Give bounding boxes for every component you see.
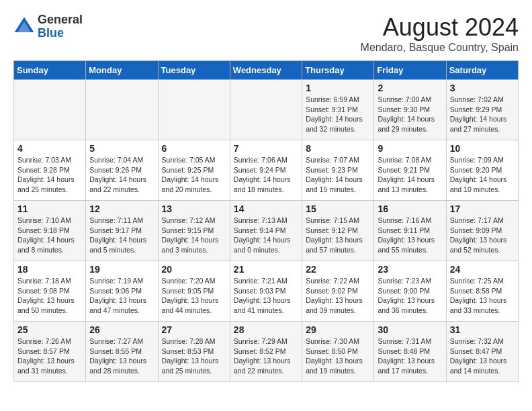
logo-text: General Blue bbox=[38, 13, 83, 40]
day-info: Sunrise: 7:30 AM Sunset: 8:50 PM Dayligh… bbox=[306, 336, 370, 376]
logo-blue: Blue bbox=[38, 26, 64, 40]
day-info: Sunrise: 7:04 AM Sunset: 9:26 PM Dayligh… bbox=[89, 155, 154, 195]
calendar-week-2: 4Sunrise: 7:03 AM Sunset: 9:28 PM Daylig… bbox=[14, 140, 519, 201]
page-header: General Blue August 2024 Mendaro, Basque… bbox=[13, 13, 519, 54]
day-number: 28 bbox=[234, 324, 298, 335]
day-number: 23 bbox=[378, 264, 442, 275]
calendar-cell: 3Sunrise: 7:02 AM Sunset: 9:29 PM Daylig… bbox=[446, 80, 518, 140]
day-number: 15 bbox=[306, 203, 370, 214]
calendar-cell: 20Sunrise: 7:20 AM Sunset: 9:05 PM Dayli… bbox=[158, 261, 230, 322]
calendar-cell: 25Sunrise: 7:26 AM Sunset: 8:57 PM Dayli… bbox=[14, 322, 86, 382]
day-number: 4 bbox=[17, 143, 82, 154]
calendar-cell: 1Sunrise: 6:59 AM Sunset: 9:31 PM Daylig… bbox=[302, 80, 374, 140]
calendar-cell: 30Sunrise: 7:31 AM Sunset: 8:48 PM Dayli… bbox=[374, 322, 446, 382]
day-number: 22 bbox=[306, 264, 370, 275]
title-block: August 2024 Mendaro, Basque Country, Spa… bbox=[361, 13, 519, 54]
day-number: 3 bbox=[450, 83, 515, 93]
day-info: Sunrise: 7:25 AM Sunset: 8:58 PM Dayligh… bbox=[450, 276, 515, 316]
day-number: 10 bbox=[450, 143, 515, 154]
day-number: 31 bbox=[450, 324, 515, 335]
calendar-week-5: 25Sunrise: 7:26 AM Sunset: 8:57 PM Dayli… bbox=[14, 322, 519, 382]
calendar-cell bbox=[86, 80, 158, 140]
header-tuesday: Tuesday bbox=[158, 61, 230, 80]
location: Mendaro, Basque Country, Spain bbox=[361, 42, 519, 54]
day-number: 21 bbox=[234, 264, 298, 275]
calendar-week-3: 11Sunrise: 7:10 AM Sunset: 9:18 PM Dayli… bbox=[14, 201, 519, 261]
calendar-cell: 23Sunrise: 7:23 AM Sunset: 9:00 PM Dayli… bbox=[374, 261, 446, 322]
calendar-cell: 7Sunrise: 7:06 AM Sunset: 9:24 PM Daylig… bbox=[230, 140, 302, 201]
day-number: 2 bbox=[378, 83, 442, 93]
day-number: 5 bbox=[89, 143, 154, 154]
day-number: 18 bbox=[17, 264, 82, 275]
day-info: Sunrise: 7:26 AM Sunset: 8:57 PM Dayligh… bbox=[17, 336, 82, 376]
day-info: Sunrise: 7:12 AM Sunset: 9:15 PM Dayligh… bbox=[162, 216, 226, 255]
day-info: Sunrise: 7:29 AM Sunset: 8:52 PM Dayligh… bbox=[234, 336, 298, 376]
calendar-cell: 5Sunrise: 7:04 AM Sunset: 9:26 PM Daylig… bbox=[86, 140, 158, 201]
calendar-cell: 28Sunrise: 7:29 AM Sunset: 8:52 PM Dayli… bbox=[230, 322, 302, 382]
day-info: Sunrise: 7:32 AM Sunset: 8:47 PM Dayligh… bbox=[450, 336, 515, 376]
calendar-cell: 10Sunrise: 7:09 AM Sunset: 9:20 PM Dayli… bbox=[446, 140, 518, 201]
calendar-cell: 24Sunrise: 7:25 AM Sunset: 8:58 PM Dayli… bbox=[446, 261, 518, 322]
day-number: 13 bbox=[162, 203, 226, 214]
calendar-cell: 9Sunrise: 7:08 AM Sunset: 9:21 PM Daylig… bbox=[374, 140, 446, 201]
calendar-cell: 6Sunrise: 7:05 AM Sunset: 9:25 PM Daylig… bbox=[158, 140, 230, 201]
day-info: Sunrise: 7:16 AM Sunset: 9:11 PM Dayligh… bbox=[378, 216, 442, 255]
calendar-cell: 12Sunrise: 7:11 AM Sunset: 9:17 PM Dayli… bbox=[86, 201, 158, 261]
calendar-cell: 4Sunrise: 7:03 AM Sunset: 9:28 PM Daylig… bbox=[14, 140, 86, 201]
day-info: Sunrise: 7:06 AM Sunset: 9:24 PM Dayligh… bbox=[234, 155, 298, 195]
calendar-cell: 26Sunrise: 7:27 AM Sunset: 8:55 PM Dayli… bbox=[86, 322, 158, 382]
logo-general: General bbox=[38, 13, 83, 26]
day-number: 27 bbox=[162, 324, 226, 335]
calendar-cell: 17Sunrise: 7:17 AM Sunset: 9:09 PM Dayli… bbox=[446, 201, 518, 261]
day-info: Sunrise: 7:13 AM Sunset: 9:14 PM Dayligh… bbox=[234, 216, 298, 255]
day-number: 6 bbox=[162, 143, 226, 154]
calendar-cell: 22Sunrise: 7:22 AM Sunset: 9:02 PM Dayli… bbox=[302, 261, 374, 322]
calendar-cell: 29Sunrise: 7:30 AM Sunset: 8:50 PM Dayli… bbox=[302, 322, 374, 382]
calendar-cell: 13Sunrise: 7:12 AM Sunset: 9:15 PM Dayli… bbox=[158, 201, 230, 261]
logo-icon bbox=[13, 16, 35, 38]
calendar-cell: 31Sunrise: 7:32 AM Sunset: 8:47 PM Dayli… bbox=[446, 322, 518, 382]
month-year: August 2024 bbox=[361, 13, 519, 42]
day-info: Sunrise: 7:10 AM Sunset: 9:18 PM Dayligh… bbox=[17, 216, 82, 255]
header-saturday: Saturday bbox=[446, 61, 518, 80]
day-number: 24 bbox=[450, 264, 515, 275]
calendar-cell: 14Sunrise: 7:13 AM Sunset: 9:14 PM Dayli… bbox=[230, 201, 302, 261]
day-info: Sunrise: 7:00 AM Sunset: 9:30 PM Dayligh… bbox=[378, 95, 442, 134]
day-number: 16 bbox=[378, 203, 442, 214]
day-info: Sunrise: 6:59 AM Sunset: 9:31 PM Dayligh… bbox=[306, 95, 370, 134]
calendar-cell bbox=[158, 80, 230, 140]
calendar-table: SundayMondayTuesdayWednesdayThursdayFrid… bbox=[13, 60, 519, 382]
header-wednesday: Wednesday bbox=[230, 61, 302, 80]
day-info: Sunrise: 7:20 AM Sunset: 9:05 PM Dayligh… bbox=[162, 276, 226, 316]
day-number: 19 bbox=[89, 264, 154, 275]
day-number: 9 bbox=[378, 143, 442, 154]
calendar-header-row: SundayMondayTuesdayWednesdayThursdayFrid… bbox=[14, 61, 519, 80]
day-info: Sunrise: 7:19 AM Sunset: 9:06 PM Dayligh… bbox=[89, 276, 154, 316]
day-info: Sunrise: 7:22 AM Sunset: 9:02 PM Dayligh… bbox=[306, 276, 370, 316]
day-number: 12 bbox=[89, 203, 154, 214]
day-info: Sunrise: 7:28 AM Sunset: 8:53 PM Dayligh… bbox=[162, 336, 226, 376]
day-info: Sunrise: 7:27 AM Sunset: 8:55 PM Dayligh… bbox=[89, 336, 154, 376]
calendar-cell: 27Sunrise: 7:28 AM Sunset: 8:53 PM Dayli… bbox=[158, 322, 230, 382]
day-number: 14 bbox=[234, 203, 298, 214]
calendar-cell: 19Sunrise: 7:19 AM Sunset: 9:06 PM Dayli… bbox=[86, 261, 158, 322]
day-number: 7 bbox=[234, 143, 298, 154]
calendar-cell: 18Sunrise: 7:18 AM Sunset: 9:08 PM Dayli… bbox=[14, 261, 86, 322]
header-sunday: Sunday bbox=[14, 61, 86, 80]
day-info: Sunrise: 7:07 AM Sunset: 9:23 PM Dayligh… bbox=[306, 155, 370, 195]
day-info: Sunrise: 7:08 AM Sunset: 9:21 PM Dayligh… bbox=[378, 155, 442, 195]
day-number: 29 bbox=[306, 324, 370, 335]
header-friday: Friday bbox=[374, 61, 446, 80]
day-info: Sunrise: 7:23 AM Sunset: 9:00 PM Dayligh… bbox=[378, 276, 442, 316]
day-number: 17 bbox=[450, 203, 515, 214]
calendar-cell: 21Sunrise: 7:21 AM Sunset: 9:03 PM Dayli… bbox=[230, 261, 302, 322]
day-info: Sunrise: 7:21 AM Sunset: 9:03 PM Dayligh… bbox=[234, 276, 298, 316]
header-thursday: Thursday bbox=[302, 61, 374, 80]
day-info: Sunrise: 7:03 AM Sunset: 9:28 PM Dayligh… bbox=[17, 155, 82, 195]
day-info: Sunrise: 7:18 AM Sunset: 9:08 PM Dayligh… bbox=[17, 276, 82, 316]
calendar-cell: 11Sunrise: 7:10 AM Sunset: 9:18 PM Dayli… bbox=[14, 201, 86, 261]
calendar-cell: 2Sunrise: 7:00 AM Sunset: 9:30 PM Daylig… bbox=[374, 80, 446, 140]
day-info: Sunrise: 7:11 AM Sunset: 9:17 PM Dayligh… bbox=[89, 216, 154, 255]
day-number: 8 bbox=[306, 143, 370, 154]
day-info: Sunrise: 7:17 AM Sunset: 9:09 PM Dayligh… bbox=[450, 216, 515, 255]
